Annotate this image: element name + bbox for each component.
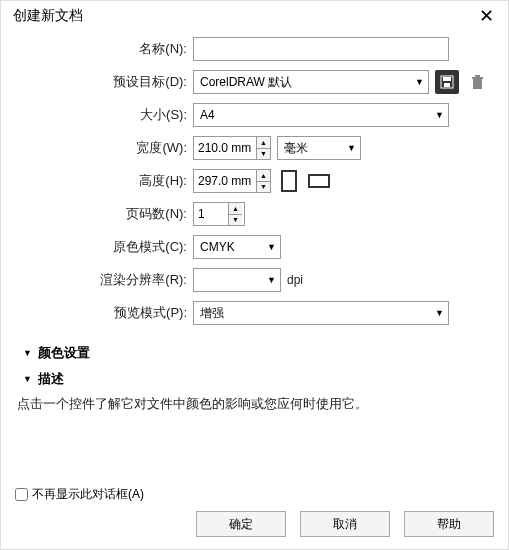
chevron-down-icon: ▼: [267, 242, 276, 252]
size-combo[interactable]: A4 ▼: [193, 103, 449, 127]
colormode-value: CMYK: [200, 240, 235, 254]
svg-rect-2: [444, 83, 450, 87]
create-new-document-dialog: 创建新文档 ✕ 名称(N): 预设目标(D): CorelDRAW 默认 ▼: [0, 0, 509, 550]
section-color-settings[interactable]: ▼ 颜色设置: [1, 338, 508, 364]
dont-show-again-checkbox[interactable]: 不再显示此对话框(A): [15, 486, 494, 503]
chevron-down-icon: ▼: [347, 143, 356, 153]
spin-down-icon[interactable]: ▼: [257, 149, 270, 160]
name-input[interactable]: [193, 37, 449, 61]
height-input[interactable]: [194, 170, 256, 192]
svg-rect-3: [472, 77, 483, 79]
section-description[interactable]: ▼ 描述: [1, 364, 508, 390]
spin-up-icon[interactable]: ▲: [257, 170, 270, 182]
svg-rect-4: [473, 79, 482, 89]
dont-show-checkbox-input[interactable]: [15, 488, 28, 501]
collapse-icon: ▼: [23, 348, 32, 358]
height-spinner[interactable]: ▲▼: [193, 169, 271, 193]
width-unit-value: 毫米: [284, 140, 308, 157]
spin-up-icon[interactable]: ▲: [257, 137, 270, 149]
orientation-portrait-icon[interactable]: [277, 169, 301, 193]
form-area: 名称(N): 预设目标(D): CorelDRAW 默认 ▼ 大小: [1, 31, 508, 338]
size-value: A4: [200, 108, 215, 122]
dont-show-label: 不再显示此对话框(A): [32, 486, 144, 503]
render-res-label: 渲染分辨率(R):: [15, 271, 193, 289]
name-label: 名称(N):: [15, 40, 193, 58]
pages-input[interactable]: [194, 203, 228, 225]
cancel-button[interactable]: 取消: [300, 511, 390, 537]
preview-value: 增强: [200, 305, 224, 322]
description-text: 点击一个控件了解它对文件中颜色的影响或您应何时使用它。: [1, 390, 508, 424]
pages-label: 页码数(N):: [15, 205, 193, 223]
footer: 不再显示此对话框(A) 确定 取消 帮助: [1, 478, 508, 549]
spin-up-icon[interactable]: ▲: [229, 203, 242, 215]
chevron-down-icon: ▼: [267, 275, 276, 285]
section-desc-label: 描述: [38, 370, 64, 388]
colormode-label: 原色模式(C):: [15, 238, 193, 256]
ok-button[interactable]: 确定: [196, 511, 286, 537]
chevron-down-icon: ▼: [415, 77, 424, 87]
width-label: 宽度(W):: [15, 139, 193, 157]
spin-down-icon[interactable]: ▼: [257, 182, 270, 193]
svg-rect-5: [475, 75, 480, 77]
close-icon[interactable]: ✕: [475, 7, 498, 25]
size-label: 大小(S):: [15, 106, 193, 124]
preview-label: 预览模式(P):: [15, 304, 193, 322]
render-res-combo[interactable]: ▼: [193, 268, 281, 292]
width-unit-combo[interactable]: 毫米 ▼: [277, 136, 361, 160]
colormode-combo[interactable]: CMYK ▼: [193, 235, 281, 259]
help-button[interactable]: 帮助: [404, 511, 494, 537]
dialog-title: 创建新文档: [13, 7, 83, 25]
dpi-label: dpi: [287, 273, 303, 287]
render-res-input[interactable]: [194, 269, 258, 291]
preset-combo[interactable]: CorelDRAW 默认 ▼: [193, 70, 429, 94]
spin-down-icon[interactable]: ▼: [229, 215, 242, 226]
section-color-label: 颜色设置: [38, 344, 90, 362]
orientation-landscape-icon[interactable]: [307, 169, 331, 193]
preview-combo[interactable]: 增强 ▼: [193, 301, 449, 325]
chevron-down-icon: ▼: [435, 110, 444, 120]
chevron-down-icon: ▼: [435, 308, 444, 318]
collapse-icon: ▼: [23, 374, 32, 384]
width-spinner[interactable]: ▲▼: [193, 136, 271, 160]
pages-spinner[interactable]: ▲▼: [193, 202, 245, 226]
delete-preset-icon[interactable]: [465, 70, 489, 94]
save-preset-icon[interactable]: [435, 70, 459, 94]
width-input[interactable]: [194, 137, 256, 159]
svg-rect-1: [443, 77, 451, 81]
preset-value: CorelDRAW 默认: [200, 74, 292, 91]
titlebar: 创建新文档 ✕: [1, 1, 508, 31]
height-label: 高度(H):: [15, 172, 193, 190]
preset-label: 预设目标(D):: [15, 73, 193, 91]
